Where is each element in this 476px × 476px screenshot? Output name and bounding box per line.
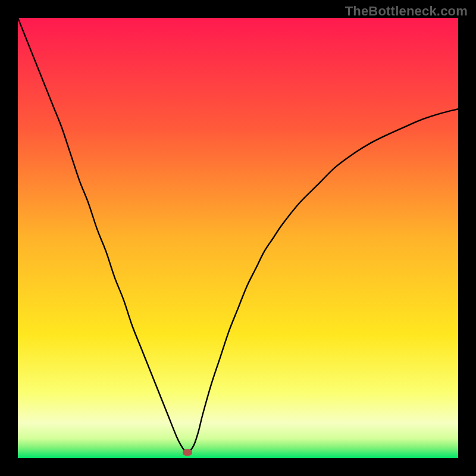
watermark-text: TheBottleneck.com [345, 4, 468, 19]
optimal-marker [183, 449, 192, 456]
bottleneck-curve [18, 18, 458, 458]
plot-frame [18, 18, 458, 458]
